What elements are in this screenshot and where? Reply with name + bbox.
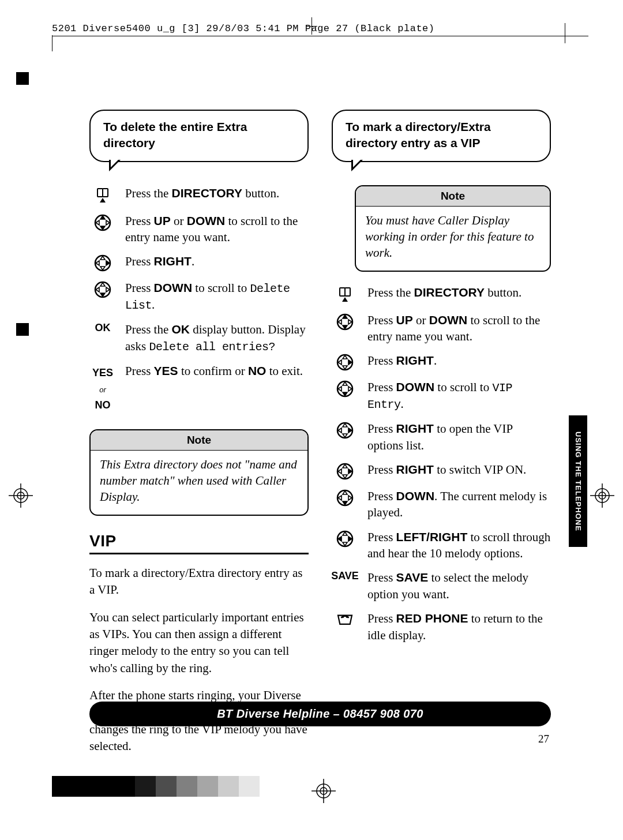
svg-marker-27 <box>348 360 352 365</box>
svg-marker-40 <box>343 491 347 494</box>
svg-marker-13 <box>100 267 105 270</box>
step-row: Press RED PHONE to return to the idle di… <box>332 610 551 643</box>
svg-marker-31 <box>348 387 352 391</box>
note-title: Note <box>356 186 550 207</box>
step-row: YESorNOPress YES to confirm or NO to exi… <box>89 363 309 413</box>
svg-marker-12 <box>100 256 105 260</box>
svg-marker-25 <box>343 366 347 369</box>
note-title: Note <box>91 430 307 451</box>
helpline-bar: BT Diverse Helpline – 08457 908 070 <box>89 702 551 726</box>
step-text: Press the DIRECTORY button. <box>125 185 309 201</box>
body-text: To mark a directory/Extra directory entr… <box>89 565 309 755</box>
step-row: Press the DIRECTORY button. <box>332 284 551 304</box>
crop-tick <box>565 23 565 43</box>
helpline-text: BT Diverse Helpline – 08457 908 070 <box>217 707 423 720</box>
svg-marker-23 <box>348 320 352 324</box>
content-columns: To delete the entire Extra directory Pre… <box>89 110 551 766</box>
paragraph: You can select particularly important en… <box>89 609 309 677</box>
registration-mark-icon <box>9 483 33 508</box>
left-column: To delete the entire Extra directory Pre… <box>89 110 309 766</box>
note-body: You must have Caller Display working in … <box>356 207 550 271</box>
registration-mark-icon <box>312 779 336 805</box>
phone-icon <box>332 610 358 625</box>
step-row: Press RIGHT. <box>332 352 551 371</box>
svg-marker-33 <box>343 434 347 437</box>
svg-marker-45 <box>343 542 347 546</box>
registration-mark-icon <box>590 483 614 508</box>
callout-delete-directory: To delete the entire Extra directory <box>89 110 309 162</box>
nav-r-icon <box>332 421 358 439</box>
svg-marker-20 <box>343 315 347 318</box>
section-tab: USING THE TELEPHONE <box>569 415 587 547</box>
svg-marker-32 <box>343 423 347 427</box>
svg-marker-14 <box>96 261 99 265</box>
step-row: Press LEFT/RIGHT to scroll through and h… <box>332 529 551 562</box>
step-text: Press YES to confirm or NO to exit. <box>125 363 309 379</box>
step-row: Press UP or DOWN to scroll to the entry … <box>89 213 309 246</box>
callout-text: To mark a directory/Extra directory entr… <box>346 120 491 149</box>
key-label: OK <box>89 321 116 334</box>
note-box: Note This Extra directory does not "name… <box>89 429 309 516</box>
slug-text: 5201 Diverse5400 u_g [3] 29/8/03 5:41 PM… <box>52 23 435 34</box>
nav-r-icon <box>332 462 358 480</box>
nav-d-icon <box>332 379 358 397</box>
svg-marker-16 <box>100 283 105 286</box>
key-label: SAVE <box>332 569 358 582</box>
svg-marker-19 <box>106 287 110 292</box>
svg-marker-26 <box>338 360 341 365</box>
svg-marker-39 <box>348 469 352 474</box>
nav-r-icon <box>332 352 358 371</box>
steps-list: Press the DIRECTORY button. Press UP or … <box>89 185 309 413</box>
slug-rule <box>52 36 588 36</box>
svg-marker-35 <box>348 428 352 433</box>
crop-mark-top <box>312 17 312 35</box>
step-row: Press the DIRECTORY button. <box>89 185 309 205</box>
svg-marker-37 <box>343 475 347 478</box>
svg-marker-29 <box>343 392 347 396</box>
callout-tail-icon <box>351 160 363 171</box>
print-slug: 5201 Diverse5400 u_g [3] 29/8/03 5:41 PM… <box>52 23 588 34</box>
svg-marker-30 <box>338 387 341 391</box>
svg-marker-46 <box>338 537 341 541</box>
svg-marker-38 <box>338 469 341 474</box>
step-row: OKPress the OK display button. Display a… <box>89 321 309 354</box>
step-text: Press SAVE to select the melody option y… <box>367 569 551 602</box>
svg-marker-10 <box>96 220 99 225</box>
step-text: Press UP or DOWN to scroll to the entry … <box>125 213 309 246</box>
svg-marker-21 <box>343 325 347 329</box>
svg-marker-18 <box>96 287 99 292</box>
step-text: Press DOWN to scroll to VIP Entry. <box>367 379 551 412</box>
note-box: Note You must have Caller Display workin… <box>355 185 551 272</box>
nav-d-icon <box>332 488 358 507</box>
steps-list: Press the DIRECTORY button. Press UP or … <box>332 284 551 643</box>
step-text: Press RED PHONE to return to the idle di… <box>367 610 551 643</box>
svg-marker-9 <box>100 226 105 230</box>
book-icon <box>332 284 358 304</box>
step-row: Press RIGHT to switch VIP ON. <box>332 462 551 480</box>
svg-marker-22 <box>338 320 341 324</box>
callout-text: To delete the entire Extra directory <box>103 120 247 149</box>
step-text: Press the OK display button. Display ask… <box>125 321 309 354</box>
bleed-marker <box>16 323 29 336</box>
nav-lr-icon <box>332 529 358 548</box>
step-row: Press RIGHT. <box>89 253 309 272</box>
step-text: Press LEFT/RIGHT to scroll through and h… <box>367 529 551 562</box>
step-text: Press UP or DOWN to scroll to the entry … <box>367 312 551 345</box>
svg-marker-47 <box>348 537 352 541</box>
step-text: Press RIGHT to switch VIP ON. <box>367 462 551 478</box>
callout-mark-vip: To mark a directory/Extra directory entr… <box>332 110 551 162</box>
step-text: Press the DIRECTORY button. <box>367 284 551 301</box>
svg-marker-42 <box>338 496 341 500</box>
svg-marker-15 <box>106 261 110 265</box>
svg-marker-43 <box>348 496 352 500</box>
svg-marker-34 <box>338 428 341 433</box>
step-row: Press UP or DOWN to scroll to the entry … <box>332 312 551 345</box>
right-column: To mark a directory/Extra directory entr… <box>332 110 551 766</box>
svg-marker-41 <box>343 501 347 505</box>
svg-marker-8 <box>100 216 105 219</box>
crop-tick <box>52 35 52 51</box>
page-number: 27 <box>538 733 549 745</box>
section-tab-label: USING THE TELEPHONE <box>574 432 583 531</box>
nav-d-icon <box>89 280 116 298</box>
section-heading-vip: VIP <box>89 532 309 554</box>
